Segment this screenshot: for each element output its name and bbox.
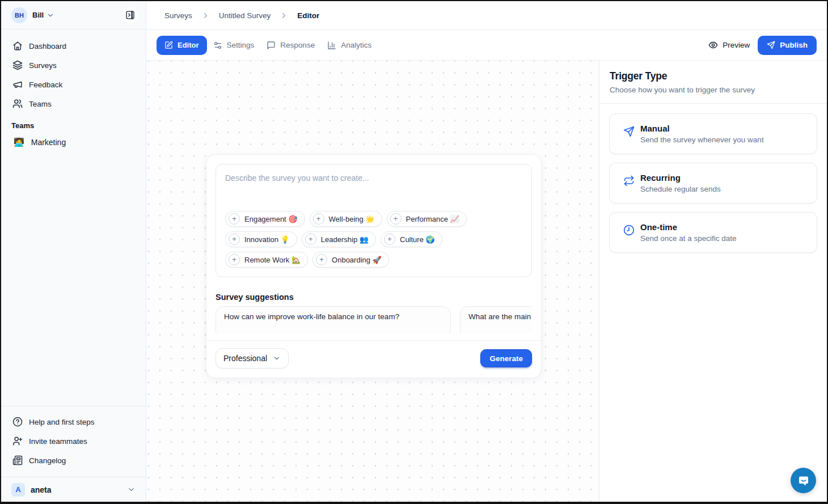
- sidebar-item-label: Changelog: [29, 456, 66, 465]
- layers-icon: [12, 60, 23, 70]
- tab-response[interactable]: Response: [260, 36, 321, 55]
- sidebar-item-label: Feedback: [29, 81, 62, 89]
- chevron-down-icon: [127, 485, 136, 494]
- survey-prompt-input[interactable]: Describe the survey you want to create..…: [216, 164, 532, 277]
- main-area: Surveys Untitled Survey Editor Editor Se…: [146, 1, 827, 502]
- preview-label: Preview: [723, 41, 750, 49]
- chip-label: Performance 📈: [406, 215, 459, 223]
- trigger-option-one-time[interactable]: One-time Send once at a specific date: [609, 212, 817, 253]
- composer-footer: Professional Generate: [216, 341, 532, 369]
- user-plus-icon: [12, 436, 23, 446]
- prompt-placeholder: Describe the survey you want to create..…: [225, 173, 522, 183]
- chat-launcher-button[interactable]: [791, 468, 816, 493]
- chat-bubble-icon: [797, 474, 810, 488]
- topic-chip-performance[interactable]: +Performance 📈: [387, 211, 467, 227]
- chip-label: Leadership 👥: [321, 235, 369, 244]
- tab-label: Editor: [178, 41, 199, 49]
- sidebar-footer: Help and first steps Invite teammates Ch…: [1, 406, 146, 472]
- trigger-option-text: Recurring Schedule regular sends: [640, 173, 721, 193]
- plus-icon: +: [229, 213, 240, 225]
- plus-icon: +: [316, 254, 327, 265]
- publish-button[interactable]: Publish: [758, 36, 817, 55]
- chip-label: Well-being 🌟: [329, 215, 375, 223]
- teams-section-label: Teams: [1, 113, 146, 133]
- sidebar-item-help[interactable]: Help and first steps: [7, 412, 140, 431]
- megaphone-icon: [12, 79, 23, 90]
- sidebar-item-label: Teams: [29, 100, 52, 108]
- topic-chip-innovation[interactable]: +Innovation 💡: [225, 231, 297, 247]
- chip-label: Onboarding 🚀: [332, 256, 382, 264]
- breadcrumb-editor: Editor: [297, 11, 319, 20]
- tone-select[interactable]: Professional: [216, 348, 289, 369]
- trigger-option-description: Send the survey whenever you want: [640, 135, 764, 144]
- account-menu[interactable]: A aneta: [1, 477, 146, 502]
- topic-chips: +Engagement 🎯 +Well-being 🌟 +Performance…: [225, 211, 522, 268]
- trigger-options: Manual Send the survey whenever you want…: [599, 104, 827, 262]
- chip-label: Remote Work 🏡: [244, 256, 301, 264]
- topic-chip-remote-work[interactable]: +Remote Work 🏡: [225, 252, 308, 268]
- chevron-right-icon: [280, 11, 288, 20]
- home-icon: [12, 41, 23, 51]
- tab-analytics[interactable]: Analytics: [321, 36, 378, 55]
- trigger-option-text: Manual Send the survey whenever you want: [640, 124, 764, 144]
- tab-editor[interactable]: Editor: [157, 36, 207, 55]
- tab-label: Settings: [227, 41, 255, 49]
- plus-icon: +: [384, 234, 395, 245]
- sidebar-collapse-button[interactable]: [122, 7, 138, 23]
- sidebar-item-label: Dashboard: [29, 42, 66, 50]
- sidebar-nav: Dashboard Surveys Feedback Teams: [1, 29, 146, 113]
- sidebar-item-changelog[interactable]: Changelog: [7, 451, 140, 470]
- suggestions-row: How can we improve work-life balance in …: [216, 306, 532, 333]
- trigger-option-description: Schedule regular sends: [640, 185, 721, 193]
- chevron-down-icon: [47, 11, 54, 19]
- chevron-down-icon: [273, 354, 281, 362]
- sidebar-item-label: Surveys: [29, 61, 57, 70]
- app-window: BH Bill Dashboard Surveys Feedb: [0, 0, 828, 504]
- survey-composer-card: Describe the survey you want to create..…: [206, 154, 542, 378]
- panel-collapse-icon: [125, 10, 135, 20]
- plus-icon: +: [390, 213, 402, 225]
- clock-icon: [623, 225, 635, 243]
- chevron-right-icon: [201, 11, 210, 20]
- topic-chip-onboarding[interactable]: +Onboarding 🚀: [312, 252, 389, 268]
- help-circle-icon: [12, 417, 23, 427]
- trigger-option-recurring[interactable]: Recurring Schedule regular sends: [609, 163, 817, 204]
- topic-chip-well-being[interactable]: +Well-being 🌟: [310, 211, 382, 227]
- sidebar-item-feedback[interactable]: Feedback: [7, 75, 140, 94]
- trigger-option-title: One-time: [640, 222, 737, 232]
- toolbar-right: Preview Publish: [708, 36, 817, 55]
- users-icon: [12, 99, 23, 109]
- send-icon: [767, 41, 775, 49]
- suggestion-card[interactable]: How can we improve work-life balance in …: [216, 306, 451, 333]
- generate-button[interactable]: Generate: [480, 349, 532, 367]
- topic-chip-culture[interactable]: +Culture 🌍: [381, 231, 442, 247]
- sidebar: BH Bill Dashboard Surveys Feedb: [1, 1, 146, 502]
- breadcrumb-surveys[interactable]: Surveys: [164, 11, 192, 20]
- plus-icon: +: [313, 213, 324, 225]
- trigger-option-manual[interactable]: Manual Send the survey whenever you want: [609, 113, 817, 154]
- breadcrumb-untitled-survey[interactable]: Untitled Survey: [219, 11, 271, 20]
- suggestion-card[interactable]: What are the main ob: [460, 306, 532, 333]
- topic-chip-leadership[interactable]: +Leadership 👥: [302, 231, 376, 247]
- account-avatar: A: [11, 483, 25, 497]
- bar-chart-icon: [327, 41, 336, 50]
- sidebar-item-teams[interactable]: Teams: [7, 94, 140, 113]
- plus-icon: +: [305, 234, 316, 245]
- trigger-option-text: One-time Send once at a specific date: [640, 222, 737, 243]
- workspace-switcher[interactable]: BH Bill: [1, 1, 146, 29]
- technologist-emoji-icon: 🧑‍💻: [14, 137, 24, 147]
- square-pen-icon: [164, 41, 173, 49]
- sidebar-item-surveys[interactable]: Surveys: [7, 56, 140, 75]
- sidebar-item-dashboard[interactable]: Dashboard: [7, 36, 140, 56]
- publish-label: Publish: [780, 41, 808, 49]
- trigger-option-description: Send once at a specific date: [640, 234, 737, 243]
- topic-chip-engagement[interactable]: +Engagement 🎯: [225, 211, 305, 227]
- message-square-icon: [267, 41, 276, 50]
- chip-label: Engagement 🎯: [244, 215, 298, 223]
- preview-button[interactable]: Preview: [708, 40, 750, 50]
- editor-canvas[interactable]: Describe the survey you want to create..…: [146, 61, 599, 502]
- sidebar-team-marketing[interactable]: 🧑‍💻 Marketing: [1, 133, 146, 151]
- tab-settings[interactable]: Settings: [207, 36, 261, 55]
- sidebar-item-invite[interactable]: Invite teammates: [7, 431, 140, 451]
- eye-icon: [708, 40, 718, 50]
